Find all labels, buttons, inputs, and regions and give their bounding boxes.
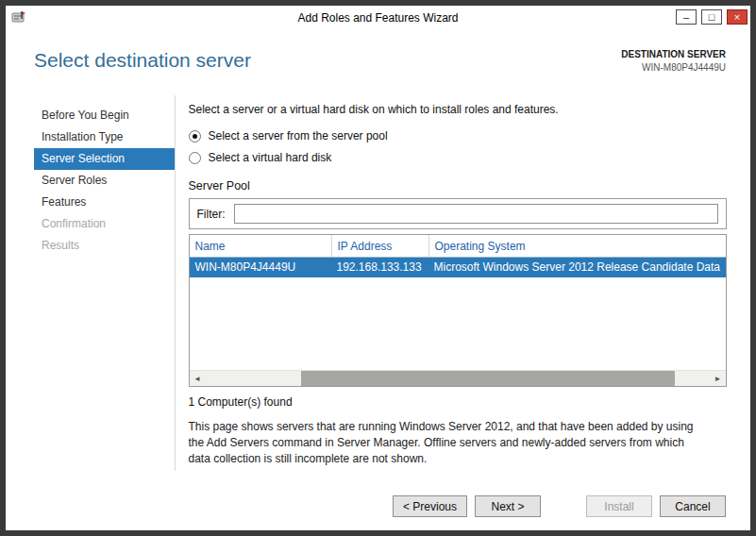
computers-found-text: 1 Computer(s) found <box>189 395 727 409</box>
table-row[interactable]: WIN-M80P4J4449U 192.168.133.133 Microsof… <box>190 258 726 277</box>
table-header-row: Name IP Address Operating System <box>190 235 726 258</box>
wizard-buttons: < Previous Next > Install Cancel <box>393 495 726 517</box>
sidebar-item-installation-type[interactable]: Installation Type <box>34 126 175 148</box>
cancel-button[interactable]: Cancel <box>660 495 726 517</box>
server-pool-title: Server Pool <box>189 179 727 193</box>
minimize-icon[interactable]: – <box>676 9 697 25</box>
install-button[interactable]: Install <box>586 495 652 517</box>
filter-box: Filter: <box>189 198 727 229</box>
page-header: Select destination server DESTINATION SE… <box>6 30 750 73</box>
sidebar-item-confirmation: Confirmation <box>34 213 175 235</box>
window-controls: – □ × <box>676 9 748 25</box>
radio-button-server-pool[interactable] <box>189 130 201 142</box>
cell-ip-address: 192.168.133.133 <box>331 258 428 277</box>
sidebar-item-server-roles[interactable]: Server Roles <box>34 170 175 192</box>
sidebar-item-before-you-begin[interactable]: Before You Begin <box>34 105 175 126</box>
cell-operating-system: Microsoft Windows Server 2012 Release Ca… <box>428 258 726 277</box>
maximize-icon[interactable]: □ <box>701 9 722 25</box>
horizontal-scrollbar[interactable]: ◄ ► <box>190 370 726 386</box>
destination-server-block: DESTINATION SERVER WIN-M80P4J4449U <box>621 49 726 73</box>
next-button[interactable]: Next > <box>475 495 541 517</box>
filter-input[interactable] <box>234 204 718 224</box>
scroll-left-icon[interactable]: ◄ <box>190 371 206 386</box>
sidebar-item-server-selection[interactable]: Server Selection <box>34 148 175 170</box>
window-title: Add Roles and Features Wizard <box>6 11 750 25</box>
radio-row-server-pool[interactable]: Select a server from the server pool <box>189 129 727 142</box>
server-pool-table: Name IP Address Operating System WIN-M80… <box>189 234 727 387</box>
main-area: Before You Begin Installation Type Serve… <box>6 95 750 471</box>
close-icon[interactable]: × <box>727 9 748 25</box>
scrollbar-thumb[interactable] <box>301 371 675 386</box>
radio-button-vhd[interactable] <box>189 152 201 164</box>
scroll-right-icon[interactable]: ► <box>710 371 726 386</box>
title-bar: Add Roles and Features Wizard – □ × <box>6 6 750 30</box>
previous-button[interactable]: < Previous <box>393 495 467 517</box>
page-description: This page shows servers that are running… <box>189 419 703 467</box>
sidebar-item-results: Results <box>34 235 175 257</box>
cell-name: WIN-M80P4J4449U <box>190 258 331 277</box>
column-header-operating-system[interactable]: Operating System <box>428 235 726 257</box>
column-header-ip-address[interactable]: IP Address <box>331 235 428 257</box>
intro-text: Select a server or a virtual hard disk o… <box>189 103 727 116</box>
column-header-name[interactable]: Name <box>190 235 331 257</box>
radio-label-vhd: Select a virtual hard disk <box>209 151 332 164</box>
radio-row-vhd[interactable]: Select a virtual hard disk <box>189 151 727 164</box>
destination-server-value: WIN-M80P4J4449U <box>621 62 726 73</box>
wizard-steps-sidebar: Before You Begin Installation Type Serve… <box>34 95 175 471</box>
wizard-icon <box>11 10 26 25</box>
page-title: Select destination server <box>34 49 251 72</box>
table-body: WIN-M80P4J4449U 192.168.133.133 Microsof… <box>190 258 726 370</box>
wizard-window: Add Roles and Features Wizard – □ × Sele… <box>0 0 756 536</box>
scrollbar-track[interactable] <box>206 371 710 386</box>
page-content: Select a server or a virtual hard disk o… <box>176 95 750 471</box>
filter-label: Filter: <box>197 208 226 221</box>
radio-label-server-pool: Select a server from the server pool <box>209 129 388 142</box>
sidebar-item-features[interactable]: Features <box>34 192 175 213</box>
destination-server-label: DESTINATION SERVER <box>621 49 726 59</box>
